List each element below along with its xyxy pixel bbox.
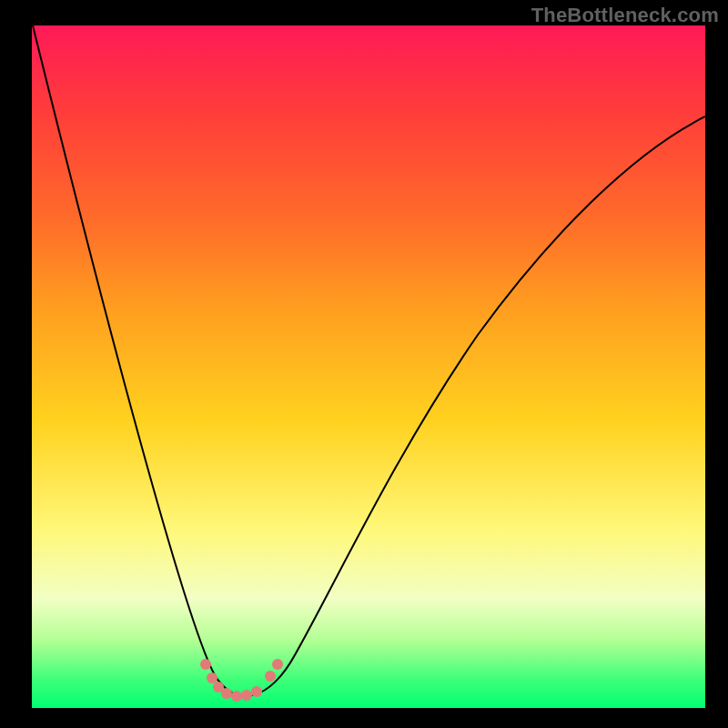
curve-marker bbox=[265, 671, 276, 682]
curve-marker bbox=[207, 672, 217, 683]
curve-marker bbox=[231, 691, 242, 702]
curve-marker bbox=[251, 686, 262, 697]
curve-marker bbox=[241, 690, 252, 701]
plot-area bbox=[32, 25, 705, 708]
curve-marker bbox=[272, 659, 283, 670]
curve-marker bbox=[221, 688, 232, 699]
chart-frame: TheBottleneck.com bbox=[0, 0, 728, 728]
bottleneck-curve bbox=[33, 25, 705, 696]
watermark-text: TheBottleneck.com bbox=[531, 4, 719, 27]
curve-marker bbox=[200, 659, 211, 670]
curve-svg bbox=[32, 25, 705, 708]
